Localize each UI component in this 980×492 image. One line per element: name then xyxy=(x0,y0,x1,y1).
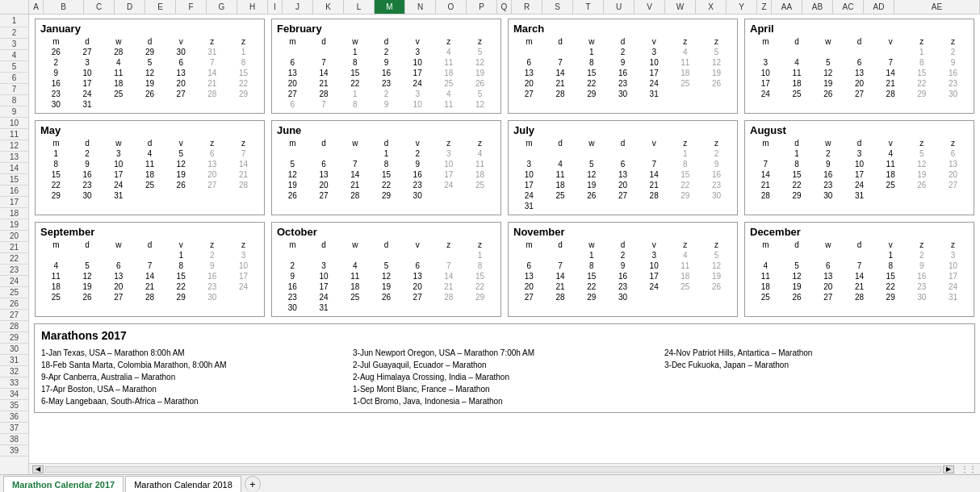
scroll-right-button[interactable]: ▶ xyxy=(943,465,954,473)
td: 25 xyxy=(545,190,576,201)
tab-marathon-2017[interactable]: Marathon Calendar 2017 xyxy=(3,476,124,492)
td: 10 xyxy=(308,271,340,281)
td: 1 xyxy=(907,47,938,57)
august-table: mdwdvzz 123456 78910111213 1415161718192… xyxy=(750,138,969,201)
th: v xyxy=(875,240,907,250)
td: 2 xyxy=(197,250,228,261)
horizontal-scrollbar[interactable] xyxy=(45,466,941,473)
td: 30 xyxy=(40,99,72,110)
td: 16 xyxy=(402,169,433,180)
th: w xyxy=(339,138,371,148)
jan-h-5: v xyxy=(165,36,197,47)
td xyxy=(701,89,732,99)
td: 20 xyxy=(844,78,875,89)
td: 22 xyxy=(781,180,813,190)
col-k: K xyxy=(313,0,344,14)
td: 28 xyxy=(545,292,576,302)
td: 28 xyxy=(228,180,259,190)
td: 21 xyxy=(545,78,576,89)
td: 12 xyxy=(576,169,607,180)
td: 12 xyxy=(812,68,844,78)
td: 20 xyxy=(277,78,308,89)
td: 20 xyxy=(308,180,340,190)
td xyxy=(545,148,576,159)
td: 22 xyxy=(875,281,907,292)
td: 13 xyxy=(513,68,545,78)
td: 12 xyxy=(464,99,496,110)
scroll-left-button[interactable]: ◀ xyxy=(32,465,44,473)
th: z xyxy=(464,138,496,148)
marathon-entry: 1-Oct Bromo, Java, Indonesia – Marathon xyxy=(353,395,656,407)
th: m xyxy=(750,138,781,148)
rh-26: 26 xyxy=(0,298,28,310)
td: 2 xyxy=(812,148,844,159)
td xyxy=(277,148,308,159)
td xyxy=(639,148,670,159)
td: 14 xyxy=(228,159,259,169)
rh-39: 39 xyxy=(0,445,28,457)
td: 13 xyxy=(197,159,228,169)
td: 7 xyxy=(339,159,371,169)
td: 10 xyxy=(228,261,259,271)
td: 7 xyxy=(308,99,340,110)
td: 26 xyxy=(277,190,308,201)
td: 16 xyxy=(607,68,639,78)
november-title: November xyxy=(513,226,732,238)
th: d xyxy=(607,36,639,47)
td: 24 xyxy=(103,180,134,190)
month-april: April mdwdvzz 12 3456789 10111213141516 … xyxy=(744,19,974,114)
td xyxy=(165,190,197,201)
td: 16 xyxy=(197,271,228,281)
td: 12 xyxy=(277,169,308,180)
td: 19 xyxy=(72,281,103,292)
td: 24 xyxy=(937,281,969,292)
marathon-entry: 9-Apr Canberra, Australia – Marathon xyxy=(41,371,345,383)
td: 11 xyxy=(670,261,701,271)
td xyxy=(134,190,165,201)
th: d xyxy=(308,138,340,148)
td: 19 xyxy=(781,281,813,292)
june-title: June xyxy=(277,124,496,136)
td: 17 xyxy=(937,271,969,281)
marathons-title: Marathons 2017 xyxy=(41,329,968,342)
td: 29 xyxy=(371,190,402,201)
month-may: May mdwdvzz 1234567 891011121314 1516171… xyxy=(35,120,265,215)
rh-27: 27 xyxy=(0,310,28,321)
td xyxy=(576,201,607,211)
td: 17 xyxy=(103,169,134,180)
td: 9 xyxy=(402,159,433,169)
td: 6 xyxy=(165,57,197,68)
rh-23: 23 xyxy=(0,265,28,276)
tab-marathon-2018[interactable]: Marathon Calendar 2018 xyxy=(125,476,241,492)
th: z xyxy=(197,240,228,250)
marathon-entry: 17-Apr Boston, USA – Marathon xyxy=(41,383,345,395)
td: 12 xyxy=(134,68,165,78)
rh-5: 5 xyxy=(0,61,28,73)
td: 11 xyxy=(464,159,496,169)
th: z xyxy=(701,240,732,250)
td: 24 xyxy=(513,190,545,201)
td: 23 xyxy=(402,180,433,190)
col-d: D xyxy=(115,0,145,14)
td: 3 xyxy=(750,57,781,68)
td: 20 xyxy=(513,78,545,89)
td: 27 xyxy=(165,89,197,99)
td: 27 xyxy=(277,89,308,99)
rh-10: 10 xyxy=(0,118,28,129)
td: 2 xyxy=(607,47,639,57)
add-sheet-button[interactable]: + xyxy=(245,476,261,492)
td: 20 xyxy=(165,78,197,89)
td: 15 xyxy=(670,169,701,180)
td: 8 xyxy=(339,99,371,110)
td: 5 xyxy=(907,148,938,159)
td: 6 xyxy=(402,261,433,271)
td: 9 xyxy=(812,159,844,169)
td: 14 xyxy=(844,271,875,281)
td: 19 xyxy=(907,169,938,180)
th: d xyxy=(308,240,340,250)
th: v xyxy=(639,36,670,47)
th: w xyxy=(103,138,134,148)
marathons-col-2: 3-Jun Newport Oregon, USA – Marathon 7:0… xyxy=(353,347,656,407)
td: 10 xyxy=(844,159,875,169)
td: 29 xyxy=(907,89,938,99)
